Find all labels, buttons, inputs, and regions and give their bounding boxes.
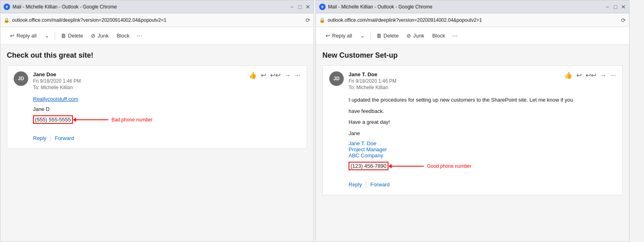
window-controls-left: − □ ✕ — [289, 4, 310, 9]
delete-label-right: Delete — [384, 33, 399, 39]
annotation-container-left: (555) 555-5555 Bad phone number — [33, 115, 300, 124]
arrow-body-right — [392, 166, 424, 167]
avatar-left: JD — [14, 71, 28, 86]
toolbar-left: ↩ Reply all ⌄ 🗑 Delete ⊘ Junk Block ··· — [0, 27, 314, 45]
close-button-right[interactable]: ✕ — [621, 4, 626, 9]
toolbar-right: ↩ Reply all ⌄ 🗑 Delete ⊘ Junk Block ··· — [316, 27, 629, 45]
like-icon-left[interactable]: 👍 — [249, 71, 257, 79]
junk-label-left: Junk — [97, 33, 108, 39]
window-title-left: Mail - Michelle Killian - Outlook - Goog… — [12, 4, 117, 10]
email-content-left: Check out this great site! JD Jane Doe F… — [0, 45, 314, 242]
sender-info-left: Jane Doe Fri 9/18/2020 1:46 PM To: Miche… — [33, 71, 81, 90]
maximize-button-left[interactable]: □ — [297, 4, 302, 9]
junk-button-right[interactable]: ⊘ Junk — [403, 30, 427, 41]
title-bar-left-content: e Mail - Michelle Killian - Outlook - Go… — [4, 4, 117, 10]
junk-label-right: Junk — [413, 33, 424, 39]
reply-all-dropdown-left[interactable]: ⌄ — [41, 30, 52, 41]
forward-icon-right[interactable]: → — [600, 72, 607, 79]
body-line3-right: Have a great day! — [349, 118, 616, 126]
email-card-left: JD Jane Doe Fri 9/18/2020 1:46 PM To: Mi… — [7, 65, 307, 149]
email-actions-left: 👍 ↩ ↩↩ → ··· — [249, 71, 300, 79]
reply-all-icon2-right[interactable]: ↩↩ — [586, 71, 596, 79]
more-options-right[interactable]: ··· — [450, 31, 460, 41]
sig-title-right: Project Manager — [349, 146, 616, 152]
sender-to-right: To: Michelle Killian — [349, 85, 396, 90]
annotation-container-right: (123) 456-7890 Good phone number — [349, 162, 616, 170]
body-line1-right: I updated the procedures for setting up … — [349, 96, 616, 104]
block-label-right: Block — [432, 33, 445, 39]
reply-all-dropdown-right[interactable]: ⌄ — [357, 30, 368, 41]
sig-name-right: Jane T. Doe — [349, 140, 616, 146]
reply-icon-left[interactable]: ↩ — [261, 71, 266, 79]
reply-all-icon2-left[interactable]: ↩↩ — [270, 71, 281, 79]
title-bar-left: e Mail - Michelle Killian - Outlook - Go… — [0, 0, 314, 13]
email-actions-right: 👍 ↩ ↩↩ → ··· — [564, 71, 616, 79]
body-line4-right: Jane — [349, 129, 616, 138]
footer-divider-left — [50, 135, 51, 142]
annotation-label-left: Bad phone number — [111, 117, 153, 123]
forward-button-left[interactable]: Forward — [55, 134, 74, 143]
email-header-right: JD Jane T. Doe Fri 9/18/2020 1:46 PM To:… — [329, 71, 616, 90]
delete-label-left: Delete — [68, 33, 83, 39]
junk-icon-left: ⊘ — [91, 33, 95, 39]
arrow-body-left — [76, 119, 108, 120]
delete-button-right[interactable]: 🗑 Delete — [373, 30, 402, 41]
arrow-line-right — [388, 164, 424, 168]
email-card-right: JD Jane T. Doe Fri 9/18/2020 1:46 PM To:… — [322, 65, 623, 195]
email-footer-right: Reply Forward — [349, 177, 616, 189]
lock-icon-left: 🔒 — [4, 17, 10, 23]
close-button-left[interactable]: ✕ — [305, 4, 310, 9]
sender-row-left: JD Jane Doe Fri 9/18/2020 1:46 PM To: Mi… — [14, 71, 81, 90]
more-icon-right[interactable]: ··· — [611, 72, 616, 79]
minimize-button-right[interactable]: − — [605, 4, 610, 9]
sender-date-right: Fri 9/18/2020 1:46 PM — [349, 78, 396, 84]
reply-all-button-left[interactable]: ↩ Reply all — [7, 30, 40, 41]
address-bar-left: 🔒 outlook.office.com/mail/deeplink?versi… — [0, 13, 314, 27]
toolbar-divider-1-left — [55, 32, 55, 40]
sender-name-right: Jane T. Doe — [349, 71, 396, 77]
window-controls-right: − □ ✕ — [605, 4, 626, 9]
reply-button-right[interactable]: Reply — [349, 180, 362, 189]
more-options-left[interactable]: ··· — [134, 31, 144, 41]
minimize-button-left[interactable]: − — [289, 4, 294, 9]
body-line2-right: have feedback. — [349, 107, 616, 115]
forward-button-right[interactable]: Forward — [370, 180, 390, 189]
like-icon-right[interactable]: 👍 — [564, 71, 572, 79]
block-button-left[interactable]: Block — [114, 30, 133, 41]
reply-all-icon-left: ↩ — [10, 33, 14, 39]
browser-icon-left: e — [4, 4, 10, 10]
trash-icon-left: 🗑 — [61, 33, 66, 39]
title-bar-right-content: e Mail - Michelle Killian - Outlook - Go… — [319, 4, 432, 10]
reply-icon-right[interactable]: ↩ — [576, 71, 582, 79]
block-button-right[interactable]: Block — [429, 30, 448, 41]
sender-row-right: JD Jane T. Doe Fri 9/18/2020 1:46 PM To:… — [329, 71, 396, 90]
trash-icon-right: 🗑 — [376, 33, 382, 39]
email-body-left: Reallycoolstuff.com Jane D (555) 555-555… — [14, 96, 300, 143]
maximize-button-right[interactable]: □ — [613, 4, 618, 9]
more-icon-left[interactable]: ··· — [295, 72, 300, 79]
email-content-right: New Customer Set-up JD Jane T. Doe Fri 9… — [316, 45, 629, 242]
reply-all-button-right[interactable]: ↩ Reply all — [322, 30, 355, 41]
toolbar-divider-1-right — [370, 32, 371, 40]
refresh-icon-left[interactable]: ⟳ — [305, 17, 310, 23]
chevron-down-icon-right: ⌄ — [360, 33, 365, 39]
refresh-icon-right[interactable]: ⟳ — [621, 17, 626, 23]
browser-icon-right: e — [319, 4, 326, 10]
phone-box-left: (555) 555-5555 — [33, 115, 73, 124]
email-subject-left: Check out this great site! — [7, 51, 307, 60]
junk-button-left[interactable]: ⊘ Junk — [88, 30, 111, 41]
email-subject-right: New Customer Set-up — [322, 51, 623, 60]
phone-box-right: (123) 456-7890 — [349, 162, 388, 170]
sender-name-left: Jane Doe — [33, 71, 81, 77]
forward-icon-left[interactable]: → — [285, 72, 291, 79]
reply-button-left[interactable]: Reply — [33, 134, 46, 143]
delete-button-left[interactable]: 🗑 Delete — [58, 30, 87, 41]
reply-all-icon-right: ↩ — [326, 33, 330, 39]
email-body-right: I updated the procedures for setting up … — [329, 96, 616, 189]
lock-icon-right: 🔒 — [319, 17, 325, 23]
sig-name-left: Jane D — [33, 106, 300, 112]
email-link-left[interactable]: Reallycoolstuff.com — [33, 96, 300, 102]
annotation-label-right: Good phone number — [427, 163, 471, 169]
sender-info-right: Jane T. Doe Fri 9/18/2020 1:46 PM To: Mi… — [349, 71, 396, 90]
block-label-left: Block — [117, 33, 130, 39]
